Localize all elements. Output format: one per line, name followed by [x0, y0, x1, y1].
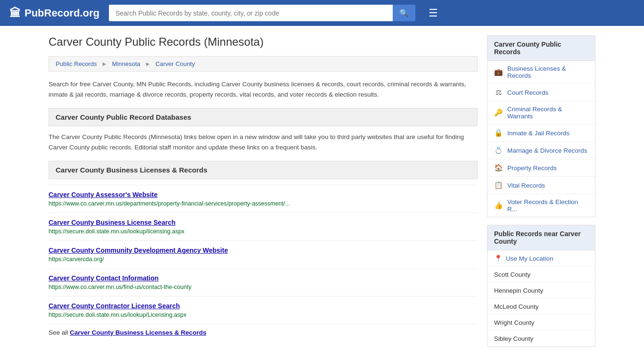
use-location-button[interactable]: 📍 Use My Location: [487, 250, 595, 267]
record-entry: Carver County Contact Information https:…: [49, 269, 478, 296]
sidebar-public-records-header: Carver County Public Records: [487, 36, 595, 61]
site-header: 🏛 PubRecord.org 🔍 ☰: [0, 0, 644, 26]
location-pin-icon: 📍: [494, 255, 502, 262]
record-title-4[interactable]: Carver County Contractor License Search: [49, 302, 180, 310]
search-input[interactable]: [109, 5, 393, 21]
sidebar-label-vital: Vital Records: [507, 182, 545, 189]
page-description: Search for free Carver County, MN Public…: [49, 79, 478, 99]
record-title-0[interactable]: Carver County Assessor's Website: [49, 191, 157, 198]
record-url-0: https://www.co.carver.mn.us/departments/…: [49, 200, 478, 207]
record-entry: Carver County Community Development Agen…: [49, 241, 478, 269]
sidebar-item-voter[interactable]: 👍 Voter Records & Election R...: [487, 194, 595, 217]
lock-icon: 🔒: [494, 129, 503, 137]
breadcrumb-sep-2: ►: [145, 60, 151, 67]
breadcrumb: Public Records ► Minnesota ► Carver Coun…: [49, 56, 478, 72]
sidebar-nearby-box: Public Records near Carver County 📍 Use …: [487, 225, 595, 347]
search-button[interactable]: 🔍: [393, 5, 415, 21]
nearby-mcleod-county[interactable]: McLeod County: [487, 299, 595, 315]
sidebar-label-criminal: Criminal Records & Warrants: [507, 106, 588, 120]
sidebar-item-criminal[interactable]: 🔑 Criminal Records & Warrants: [487, 101, 595, 124]
business-section-header: Carver County Business Licenses & Record…: [49, 161, 478, 179]
nearby-scott-county[interactable]: Scott County: [487, 267, 595, 283]
record-title-2[interactable]: Carver County Community Development Agen…: [49, 247, 228, 254]
logo-text: PubRecord.org: [25, 7, 99, 19]
databases-section-desc: The Carver County Public Records (Minnes…: [49, 132, 478, 152]
breadcrumb-sep-1: ►: [101, 60, 107, 67]
hamburger-icon: ☰: [429, 7, 438, 19]
sidebar-nearby-header: Public Records near Carver County: [487, 225, 595, 250]
sidebar-label-business: Business Licenses & Records: [507, 65, 588, 79]
sidebar-item-court[interactable]: ⚖ Court Records: [487, 84, 595, 101]
record-entry: Carver County Assessor's Website https:/…: [49, 185, 478, 213]
use-location-label: Use My Location: [506, 255, 553, 262]
sidebar-label-voter: Voter Records & Election R...: [507, 198, 588, 213]
sidebar-item-marriage[interactable]: 💍 Marriage & Divorce Records: [487, 142, 595, 159]
sidebar: Carver County Public Records 💼 Business …: [487, 35, 595, 354]
sidebar-item-business[interactable]: 💼 Business Licenses & Records: [487, 61, 595, 84]
nearby-wright-county[interactable]: Wright County: [487, 315, 595, 331]
breadcrumb-minnesota[interactable]: Minnesota: [112, 60, 140, 67]
main-content: Carver County Public Records (Minnesota)…: [49, 35, 478, 354]
sidebar-item-vital[interactable]: 📋 Vital Records: [487, 177, 595, 194]
search-bar: 🔍: [109, 5, 415, 21]
record-url-3: https://www.co.carver.mn.us/find-us/cont…: [49, 284, 478, 290]
sidebar-item-inmate[interactable]: 🔒 Inmate & Jail Records: [487, 124, 595, 142]
logo-icon: 🏛: [9, 7, 21, 20]
sidebar-label-marriage: Marriage & Divorce Records: [507, 147, 587, 154]
record-entries: Carver County Assessor's Website https:/…: [49, 185, 478, 324]
sidebar-label-court: Court Records: [507, 89, 548, 96]
record-url-4: https://secure.doli.state.mn.us/lookup/L…: [49, 312, 478, 318]
home-icon: 🏠: [494, 164, 503, 172]
nearby-sibley-county[interactable]: Sibley County: [487, 331, 595, 346]
databases-section-header: Carver County Public Record Databases: [49, 108, 478, 126]
record-url-1: https://secure.doli.state.mn.us/lookup/l…: [49, 228, 478, 235]
record-entry: Carver County Business License Search ht…: [49, 213, 478, 241]
clipboard-icon: 📋: [494, 181, 503, 189]
sidebar-label-inmate: Inmate & Jail Records: [507, 130, 570, 137]
record-entry: Carver County Contractor License Search …: [49, 296, 478, 324]
record-url-2: https://carvercda.org/: [49, 256, 478, 263]
key-icon: 🔑: [494, 108, 503, 117]
sidebar-public-records-box: Carver County Public Records 💼 Business …: [487, 35, 595, 217]
page-title: Carver County Public Records (Minnesota): [49, 35, 478, 49]
search-icon: 🔍: [399, 9, 409, 17]
briefcase-icon: 💼: [494, 68, 503, 76]
breadcrumb-public-records[interactable]: Public Records: [56, 60, 97, 67]
breadcrumb-carver-county[interactable]: Carver County: [156, 60, 195, 67]
record-title-3[interactable]: Carver County Contact Information: [49, 274, 158, 282]
rings-icon: 💍: [494, 146, 503, 155]
record-title-1[interactable]: Carver County Business License Search: [49, 219, 175, 226]
menu-button[interactable]: ☰: [425, 5, 442, 21]
main-container: Carver County Public Records (Minnesota)…: [39, 26, 605, 362]
see-all-text: See all Carver County Business Licenses …: [49, 329, 478, 336]
thumbs-up-icon: 👍: [494, 201, 503, 210]
logo-link[interactable]: 🏛 PubRecord.org: [9, 7, 99, 20]
nearby-hennepin-county[interactable]: Hennepin County: [487, 283, 595, 299]
scales-icon: ⚖: [494, 88, 503, 97]
sidebar-label-property: Property Records: [507, 165, 557, 172]
see-all-link[interactable]: Carver County Business Licenses & Record…: [70, 329, 206, 336]
sidebar-item-property[interactable]: 🏠 Property Records: [487, 159, 595, 177]
